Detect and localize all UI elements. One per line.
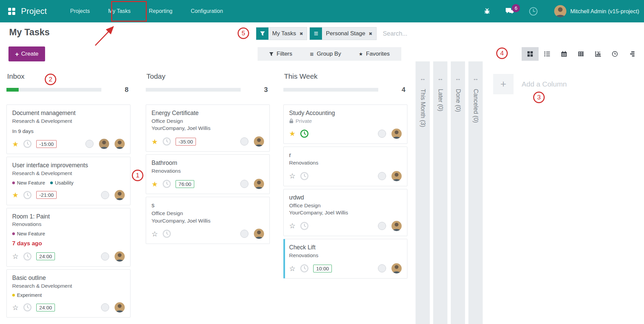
collapsed-column-later[interactable]: ↔ Later (0)	[433, 61, 447, 324]
facet-close-icon[interactable]: ✖	[369, 27, 376, 40]
column-progressbar[interactable]	[146, 88, 241, 92]
star-icon[interactable]: ☆	[12, 253, 19, 260]
star-icon[interactable]: ☆	[289, 172, 296, 179]
activity-clock-icon[interactable]	[300, 264, 309, 273]
task-card[interactable]: Bathroom Renovations ★ 76:00	[146, 154, 270, 194]
assignee-avatar[interactable]	[99, 139, 109, 149]
assignee-avatar[interactable]	[254, 179, 264, 189]
assignee-avatar[interactable]	[254, 136, 264, 147]
view-activity-button[interactable]	[606, 47, 623, 61]
add-column-button[interactable]: + Add a Column	[493, 74, 567, 94]
star-icon[interactable]: ★	[152, 138, 158, 145]
kanban-state-icon[interactable]	[101, 252, 109, 261]
task-card[interactable]: User interface improvements Research & D…	[6, 157, 130, 205]
user-menu[interactable]: Mitchell Admin (v15-project)	[570, 8, 639, 15]
activities-clock-icon[interactable]	[529, 7, 538, 16]
hours-badge[interactable]: 76:00	[176, 180, 195, 188]
column-progressbar[interactable]	[283, 88, 378, 92]
activity-clock-icon-scheduled[interactable]	[300, 129, 309, 138]
hours-badge[interactable]: -15:00	[36, 140, 57, 148]
user-avatar[interactable]	[554, 5, 566, 17]
kanban-state-icon[interactable]	[101, 303, 109, 311]
assignee-avatar[interactable]	[391, 129, 402, 139]
collapsed-column-canceled[interactable]: ↔ Canceled (0)	[468, 61, 483, 324]
task-card[interactable]: Room 1: Paint Renovations New Feature 7 …	[6, 208, 130, 267]
task-card[interactable]: Energy Certificate Office Design YourCom…	[146, 104, 270, 152]
task-card[interactable]: ưdwd Office Design YourCompany, Joel Wil…	[283, 189, 407, 236]
tag[interactable]: New Feature	[12, 231, 45, 236]
activity-clock-icon[interactable]	[162, 179, 171, 188]
group-by-button[interactable]: ≡ Group By	[310, 51, 341, 57]
task-card[interactable]: Basic outline Research & Development Exp…	[6, 269, 130, 318]
assignee-avatar[interactable]	[391, 171, 402, 181]
hours-badge[interactable]: -35:00	[176, 138, 196, 146]
view-kanban-button[interactable]	[522, 47, 539, 61]
search-input[interactable]	[383, 30, 620, 37]
tag[interactable]: Experiment	[12, 292, 42, 298]
activity-clock-icon[interactable]	[23, 252, 32, 261]
kanban-state-icon[interactable]	[378, 264, 386, 272]
task-card[interactable]: r Renovations ☆	[283, 147, 407, 186]
star-icon[interactable]: ★	[152, 180, 158, 188]
assignee-avatar[interactable]	[115, 302, 125, 312]
assignee-avatar[interactable]	[391, 221, 402, 231]
column-progressbar[interactable]	[6, 88, 101, 92]
messages-icon[interactable]: 6	[505, 7, 515, 15]
assignee-avatar[interactable]	[115, 139, 125, 149]
assignee-avatar[interactable]	[254, 229, 264, 239]
filters-button[interactable]: Filters	[269, 51, 292, 57]
menu-projects[interactable]: Projects	[61, 0, 99, 22]
assignee-avatar[interactable]	[115, 190, 125, 200]
search-facet-my-tasks[interactable]: My Tasks ✖	[256, 27, 307, 40]
task-card[interactable]: Document management Research & Developme…	[6, 104, 130, 154]
menu-configuration[interactable]: Configuration	[182, 0, 232, 22]
facet-close-icon[interactable]: ✖	[300, 27, 307, 40]
kanban-state-icon[interactable]	[85, 140, 94, 148]
task-card-highlighted[interactable]: Check Lift Renovations ☆ 10:00	[283, 239, 407, 279]
activity-clock-icon[interactable]	[23, 191, 32, 199]
tag[interactable]: New Feature	[12, 180, 45, 186]
star-icon[interactable]: ☆	[289, 265, 296, 272]
star-icon[interactable]: ☆	[152, 230, 158, 237]
star-icon[interactable]: ★	[12, 140, 19, 148]
activity-clock-icon[interactable]	[162, 137, 171, 146]
collapsed-column-this-month[interactable]: ↔ This Month (3)	[416, 61, 430, 324]
view-calendar-button[interactable]	[556, 47, 572, 61]
view-list-button[interactable]	[539, 47, 556, 61]
hours-badge[interactable]: -21:00	[36, 191, 57, 199]
kanban-state-icon[interactable]	[378, 130, 386, 138]
activity-clock-icon[interactable]	[23, 139, 32, 148]
search-facet-personal-stage[interactable]: ≡ Personal Stage ✖	[309, 27, 376, 40]
kanban-state-icon[interactable]	[101, 191, 109, 199]
view-graph-button[interactable]	[589, 47, 606, 61]
task-card[interactable]: s Office Design YourCompany, Joel Willis…	[146, 197, 270, 244]
activity-clock-icon[interactable]	[300, 222, 309, 230]
assignee-avatar[interactable]	[391, 263, 402, 273]
activity-clock-icon[interactable]	[23, 303, 32, 312]
hours-badge[interactable]: 24:00	[36, 304, 55, 311]
view-gantt-button[interactable]	[623, 47, 640, 61]
view-pivot-button[interactable]	[572, 47, 589, 61]
favorites-button[interactable]: ★ Favorites	[359, 51, 389, 57]
kanban-state-icon[interactable]	[240, 180, 248, 188]
star-icon[interactable]: ☆	[12, 304, 19, 311]
activity-clock-icon[interactable]	[300, 172, 309, 180]
kanban-state-icon[interactable]	[378, 222, 386, 230]
kanban-state-icon[interactable]	[240, 137, 248, 146]
star-icon[interactable]: ★	[289, 130, 296, 137]
apps-menu-icon[interactable]	[8, 8, 15, 15]
hours-badge[interactable]: 10:00	[313, 265, 332, 272]
activity-clock-icon[interactable]	[162, 229, 171, 238]
bug-icon[interactable]	[483, 7, 491, 15]
create-button[interactable]: + Create	[8, 46, 45, 61]
assignee-avatar[interactable]	[115, 251, 125, 262]
task-card[interactable]: Study Accounting Private ★	[283, 104, 407, 144]
collapsed-column-done[interactable]: ↔ Done (0)	[451, 61, 465, 324]
star-icon[interactable]: ☆	[289, 222, 296, 229]
app-title[interactable]: Project	[21, 6, 47, 16]
kanban-state-icon[interactable]	[378, 172, 386, 180]
kanban-state-icon[interactable]	[240, 230, 248, 238]
tag[interactable]: Usability	[50, 180, 74, 186]
hours-badge[interactable]: 24:00	[36, 252, 55, 260]
star-icon[interactable]: ★	[12, 191, 19, 198]
